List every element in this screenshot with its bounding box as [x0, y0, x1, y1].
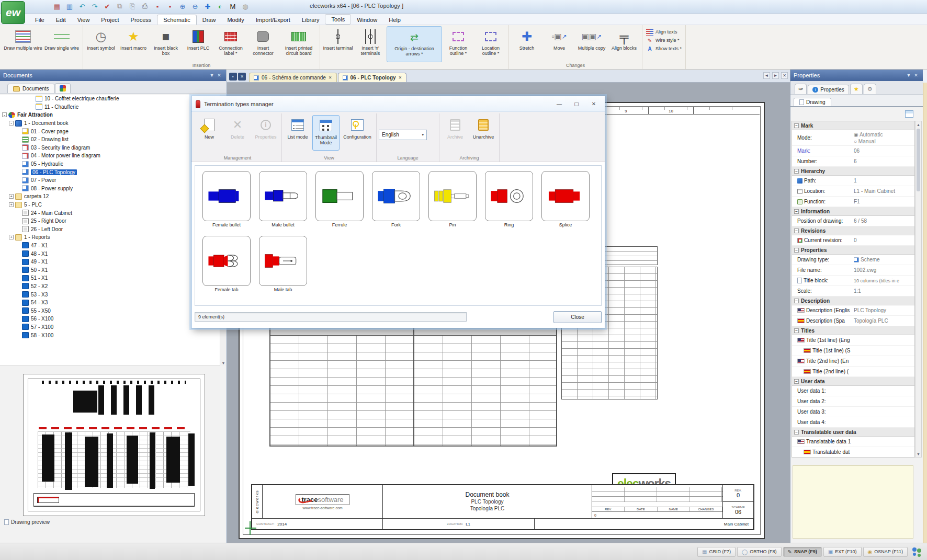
- tab-properties[interactable]: i Properties: [808, 85, 849, 94]
- status-toggle[interactable]: ✎ SNAP (F9): [783, 547, 822, 557]
- tree-expander[interactable]: +: [9, 194, 14, 199]
- insert-terminal-button[interactable]: Insert terminal: [322, 26, 354, 62]
- tree-item[interactable]: 10 - Coffret electrique chaufferie: [0, 95, 220, 103]
- close-icon[interactable]: ✕: [912, 72, 920, 79]
- align-blocks-button[interactable]: ╤ Align blocks: [608, 26, 640, 62]
- app-logo[interactable]: ew: [1, 1, 25, 24]
- zoom-out-icon[interactable]: ⊖: [190, 2, 200, 11]
- language-select[interactable]: English ▾: [379, 130, 427, 140]
- save-icon[interactable]: ▥: [65, 2, 74, 11]
- tree-item[interactable]: 02 - Drawing list: [0, 135, 220, 144]
- tree-item[interactable]: 05 - Hydraulic: [0, 160, 220, 168]
- bookmark-icon[interactable]: M: [228, 2, 238, 11]
- menu-item[interactable]: Edit: [50, 15, 72, 25]
- close-icon[interactable]: ✕: [216, 72, 223, 79]
- tree-item[interactable]: 08 - Power supply: [0, 185, 220, 193]
- dialog-title-bar[interactable]: Termination types manager — ▢ ✕: [191, 96, 605, 112]
- mark-value[interactable]: 06: [854, 148, 860, 154]
- configuration-button[interactable]: Configuration: [341, 115, 374, 151]
- termination-item[interactable]: Ring: [485, 171, 533, 227]
- tree-item[interactable]: 11 - Chaufferie: [0, 103, 220, 111]
- insert-pcb-button[interactable]: Insert printed circuit board: [279, 26, 318, 62]
- tree-expander[interactable]: +: [9, 235, 14, 239]
- stretch-button[interactable]: ✚ Stretch: [511, 26, 543, 62]
- marker-red2-icon[interactable]: ▪: [165, 2, 175, 11]
- minimize-icon[interactable]: —: [552, 99, 566, 109]
- connection-label-button[interactable]: Connection label *: [214, 26, 247, 62]
- tree-item[interactable]: 55 - X50: [0, 306, 220, 315]
- termination-item[interactable]: Ferrule: [315, 171, 364, 227]
- tree-item[interactable]: 58 - X100: [0, 331, 220, 339]
- tab-documents[interactable]: Documents: [7, 84, 55, 93]
- close-pane-icon[interactable]: ✕: [238, 73, 246, 81]
- termination-item[interactable]: Female bullet: [202, 171, 251, 227]
- tab-favorites[interactable]: ★: [850, 84, 863, 94]
- new-document-icon[interactable]: ▤: [52, 2, 62, 11]
- insert-connector-button[interactable]: Insert connector: [247, 26, 279, 62]
- menu-item[interactable]: Tools: [325, 14, 351, 25]
- drawing-tab[interactable]: 06 - PLC Topology ✕: [338, 73, 407, 82]
- move-button[interactable]: ▫▣↗ Move: [543, 26, 575, 62]
- wire-style-button[interactable]: ✎ Wire style *: [644, 37, 684, 44]
- tree-item[interactable]: - Fair Attraction: [0, 111, 220, 119]
- menu-item[interactable]: Project: [95, 15, 125, 25]
- close-button[interactable]: Close: [553, 311, 602, 323]
- menu-item[interactable]: Modify: [221, 15, 250, 25]
- close-icon[interactable]: ✕: [587, 99, 601, 109]
- section-information[interactable]: −Information: [792, 207, 914, 216]
- menu-item[interactable]: File: [29, 15, 50, 25]
- tab-components[interactable]: [55, 83, 71, 93]
- tree-item[interactable]: + carpeta 12: [0, 192, 220, 201]
- align-texts-button[interactable]: Align texts: [644, 28, 684, 36]
- undo-icon[interactable]: ↶: [77, 2, 87, 11]
- tree-item[interactable]: 54 - X3: [0, 299, 220, 307]
- tree-expander[interactable]: +: [9, 202, 14, 207]
- menu-item[interactable]: Draw: [197, 15, 222, 25]
- ferrule-thumbnail[interactable]: [315, 171, 364, 221]
- menu-item[interactable]: Schematic: [157, 15, 196, 25]
- tree-item[interactable]: + 1 - Reports: [0, 233, 220, 242]
- show-texts-button[interactable]: A Show texts *: [644, 45, 684, 52]
- menu-item[interactable]: Window: [351, 15, 383, 25]
- tree-item[interactable]: 53 - X3: [0, 290, 220, 299]
- tree-item[interactable]: 51 - X1: [0, 274, 220, 282]
- pin-icon[interactable]: ▼: [905, 72, 912, 79]
- female-tab-thumbnail[interactable]: [202, 236, 251, 286]
- termination-item[interactable]: Male bullet: [259, 171, 307, 227]
- tree-item[interactable]: 48 - X1: [0, 249, 220, 258]
- section-description[interactable]: −Description: [792, 296, 914, 305]
- draw-single-wire-button[interactable]: Draw single wire: [42, 26, 81, 62]
- section-translatable[interactable]: −Translatable user data: [792, 428, 914, 437]
- subtab-drawing[interactable]: Drawing: [794, 98, 831, 106]
- tree-item[interactable]: 07 - Power: [0, 176, 220, 185]
- section-mark[interactable]: −Mark: [792, 121, 914, 130]
- tree-item[interactable]: + 5 - PLC: [0, 201, 220, 209]
- properties-button[interactable]: i Properties: [252, 115, 279, 151]
- tree-item[interactable]: 24 - Main Cabinet: [0, 209, 220, 217]
- multiple-copy-button[interactable]: ▣▣↗ Multiple copy: [575, 26, 608, 62]
- marker-red-icon[interactable]: ▪: [153, 2, 162, 11]
- tree-item[interactable]: 26 - Left Door: [0, 225, 220, 234]
- tree-expander[interactable]: -: [2, 112, 7, 117]
- male-tab-thumbnail[interactable]: [259, 236, 307, 286]
- archive-button[interactable]: Archive: [442, 115, 469, 151]
- insert-n-terminals-button[interactable]: Insert 'n' terminals: [354, 26, 387, 62]
- unarchive-button[interactable]: Unarchive: [470, 115, 497, 151]
- thumbnail-mode-button[interactable]: Thumbnail Mode: [312, 115, 340, 151]
- termination-item[interactable]: Splice: [541, 171, 590, 227]
- drawing-tab[interactable]: 06 - Schéma de commande ✕: [249, 73, 337, 82]
- radio-manual[interactable]: ○ Manual: [854, 138, 883, 145]
- section-revisions[interactable]: −Revisions: [792, 226, 914, 235]
- docked-panel-edge[interactable]: [923, 83, 927, 543]
- tree-expander[interactable]: -: [9, 121, 14, 125]
- fork-thumbnail[interactable]: [372, 171, 420, 221]
- tree-item[interactable]: 56 - X100: [0, 315, 220, 323]
- origin-destination-arrows-button[interactable]: ⇄ Origin - destination arrows *: [387, 26, 442, 62]
- termination-item[interactable]: Male tab: [259, 236, 307, 292]
- tab-close-icon[interactable]: ✕: [329, 75, 332, 80]
- tree-item[interactable]: 52 - X2: [0, 282, 220, 291]
- status-toggle[interactable]: ◯ ORTHO (F8): [737, 547, 782, 557]
- insert-black-box-button[interactable]: ■ Insert black box: [150, 26, 182, 62]
- validate-icon[interactable]: ✔: [103, 2, 112, 11]
- location-outline-button[interactable]: Location outline *: [474, 26, 507, 62]
